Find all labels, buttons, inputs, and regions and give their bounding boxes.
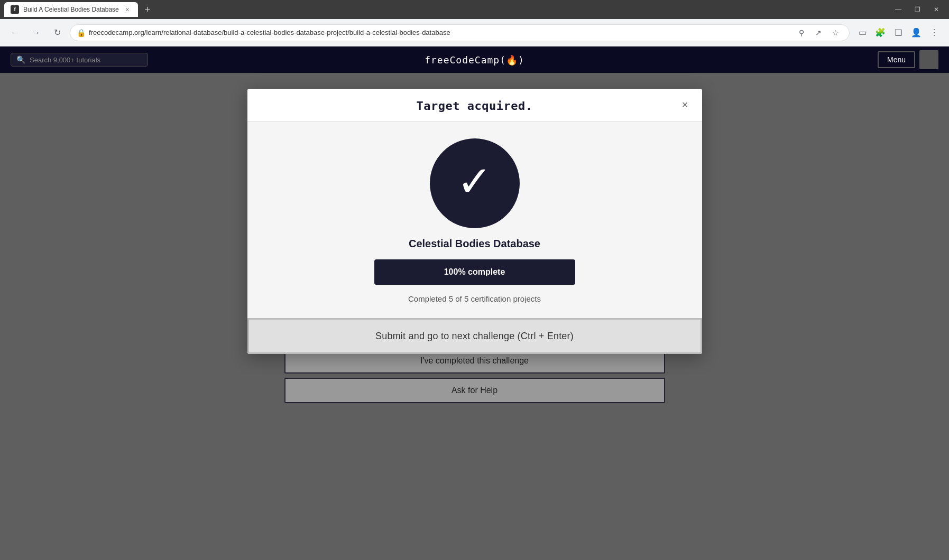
modal-footer: Submit and go to next challenge (Ctrl + …: [247, 318, 702, 354]
progress-bar: 100% complete: [374, 259, 575, 285]
modal-header: Target acquired. ×: [247, 89, 702, 122]
back-button[interactable]: ←: [6, 24, 23, 41]
fcc-avatar[interactable]: [919, 50, 938, 69]
forward-button[interactable]: →: [27, 24, 44, 41]
fcc-navbar: 🔍 Search 9,000+ tutorials freeCodeCamp(🔥…: [0, 46, 949, 73]
browser-menu-button[interactable]: ⋮: [926, 24, 943, 41]
browser-action-buttons: ▭ 🧩 ❏ 👤 ⋮: [854, 24, 943, 41]
sidebar-icon: ❏: [895, 27, 902, 38]
tab-title: Build A Celestial Bodies Database: [23, 6, 119, 13]
url-search-icon: ⚲: [799, 29, 804, 37]
refresh-icon: ↻: [54, 27, 61, 38]
cast-button[interactable]: ▭: [854, 24, 871, 41]
page-background: Solution Link I've completed this challe…: [0, 73, 949, 560]
share-icon: ↗: [815, 29, 822, 37]
search-placeholder-text: Search 9,000+ tutorials: [30, 56, 100, 64]
bookmark-icon: ☆: [832, 29, 839, 37]
tab-close-button[interactable]: ×: [123, 5, 132, 14]
success-modal: Target acquired. × ✓ Celestial Bodies Da…: [247, 89, 702, 354]
forward-icon: →: [32, 28, 40, 38]
success-circle: ✓: [430, 138, 520, 228]
active-tab[interactable]: f Build A Celestial Bodies Database ×: [4, 2, 138, 17]
modal-overlay: Target acquired. × ✓ Celestial Bodies Da…: [0, 73, 949, 560]
url-action-icons: ⚲ ↗ ☆: [794, 25, 843, 40]
url-search-button[interactable]: ⚲: [794, 25, 809, 40]
profile-icon: 👤: [911, 27, 922, 38]
minimize-button[interactable]: —: [890, 2, 907, 17]
title-bar: f Build A Celestial Bodies Database × + …: [0, 0, 949, 19]
modal-body: ✓ Celestial Bodies Database 100% complet…: [247, 122, 702, 318]
browser-frame: f Build A Celestial Bodies Database × + …: [0, 0, 949, 560]
url-bar[interactable]: 🔒 freecodecamp.org/learn/relational-data…: [70, 24, 850, 41]
back-icon: ←: [11, 28, 19, 38]
refresh-button[interactable]: ↻: [49, 24, 66, 41]
fcc-search-bar[interactable]: 🔍 Search 9,000+ tutorials: [11, 53, 148, 67]
checkmark-icon: ✓: [457, 161, 492, 203]
fcc-menu-button[interactable]: Menu: [878, 51, 915, 68]
extensions-button[interactable]: 🧩: [872, 24, 889, 41]
cast-icon: ▭: [859, 27, 867, 38]
fcc-logo: freeCodeCamp(🔥): [425, 54, 524, 66]
sidebar-button[interactable]: ❏: [890, 24, 907, 41]
bookmark-button[interactable]: ☆: [828, 25, 843, 40]
search-icon: 🔍: [16, 55, 25, 64]
progress-text: 100% complete: [444, 267, 505, 277]
url-text: freecodecamp.org/learn/relational-databa…: [89, 29, 791, 36]
lock-icon: 🔒: [77, 29, 86, 37]
puzzle-icon: 🧩: [875, 27, 886, 38]
submit-next-challenge-button[interactable]: Submit and go to next challenge (Ctrl + …: [247, 318, 702, 354]
tab-favicon: f: [11, 5, 19, 14]
project-name: Celestial Bodies Database: [409, 238, 540, 250]
modal-close-button[interactable]: ×: [677, 97, 694, 114]
profile-button[interactable]: 👤: [908, 24, 925, 41]
modal-title: Target acquired.: [417, 99, 533, 113]
window-controls: — ❐ ✕: [890, 2, 945, 17]
maximize-button[interactable]: ❐: [909, 2, 926, 17]
tab-bar: f Build A Celestial Bodies Database × +: [4, 2, 886, 17]
new-tab-button[interactable]: +: [140, 2, 155, 17]
close-window-button[interactable]: ✕: [928, 2, 945, 17]
more-icon: ⋮: [930, 27, 938, 38]
completion-text: Completed 5 of 5 certification projects: [408, 294, 541, 303]
address-bar: ← → ↻ 🔒 freecodecamp.org/learn/relationa…: [0, 19, 949, 46]
url-share-button[interactable]: ↗: [811, 25, 826, 40]
